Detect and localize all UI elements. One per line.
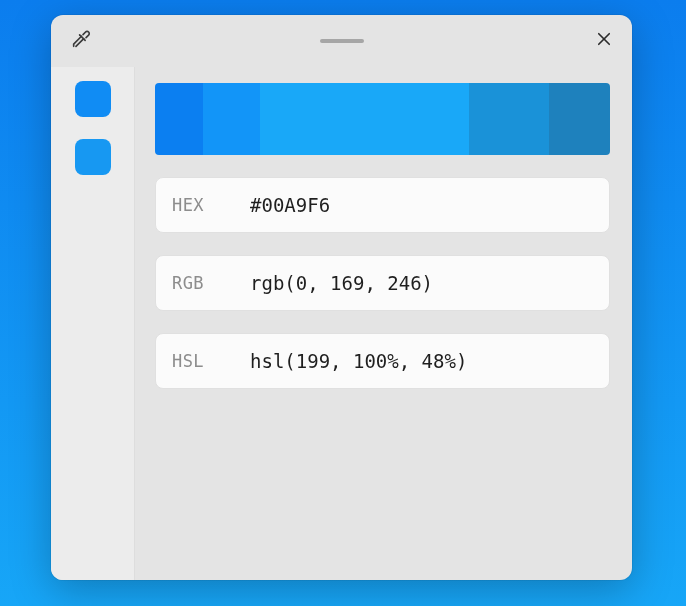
palette-segment[interactable]: [260, 83, 469, 155]
hex-value: #00A9F6: [250, 194, 330, 216]
eyedropper-button[interactable]: [63, 25, 99, 57]
rgb-value-card[interactable]: RGB rgb(0, 169, 246): [155, 255, 610, 311]
eyedropper-icon: [70, 28, 92, 54]
hsl-value: hsl(199, 100%, 48%): [250, 350, 467, 372]
drag-handle[interactable]: [320, 39, 364, 43]
palette-strip[interactable]: [155, 83, 610, 155]
palette-segment[interactable]: [469, 83, 549, 155]
color-history-sidebar: [51, 67, 135, 580]
hsl-value-card[interactable]: HSL hsl(199, 100%, 48%): [155, 333, 610, 389]
close-button[interactable]: [588, 25, 620, 57]
hsl-label: HSL: [172, 351, 250, 371]
hex-label: HEX: [172, 195, 250, 215]
palette-segment[interactable]: [549, 83, 610, 155]
close-icon: [595, 30, 613, 52]
rgb-value: rgb(0, 169, 246): [250, 272, 433, 294]
palette-segment[interactable]: [203, 83, 260, 155]
color-picker-window: HEX #00A9F6 RGB rgb(0, 169, 246) HSL hsl…: [51, 15, 632, 580]
titlebar: [51, 15, 632, 67]
history-swatch[interactable]: [75, 139, 111, 175]
hex-value-card[interactable]: HEX #00A9F6: [155, 177, 610, 233]
rgb-label: RGB: [172, 273, 250, 293]
main-panel: HEX #00A9F6 RGB rgb(0, 169, 246) HSL hsl…: [135, 67, 632, 580]
palette-segment[interactable]: [155, 83, 203, 155]
window-body: HEX #00A9F6 RGB rgb(0, 169, 246) HSL hsl…: [51, 67, 632, 580]
history-swatch[interactable]: [75, 81, 111, 117]
